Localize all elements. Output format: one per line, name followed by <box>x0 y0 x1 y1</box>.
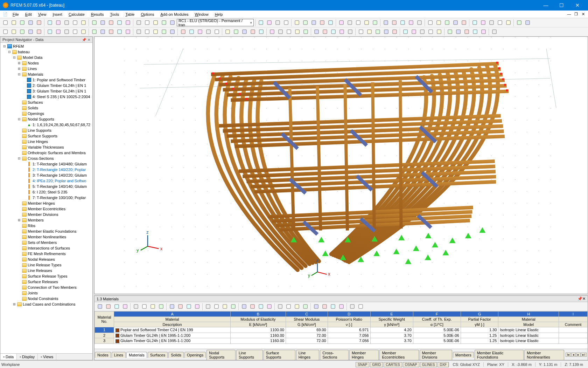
expand-icon[interactable] <box>17 145 21 149</box>
tree-item[interactable]: ⊞Lines <box>0 66 92 71</box>
expand-icon[interactable]: ⊞ <box>17 218 21 222</box>
tb2-btn-16[interactable] <box>143 28 151 36</box>
expand-icon[interactable]: ⊟ <box>17 117 21 121</box>
tb1-btn-44[interactable] <box>460 19 468 27</box>
tree-item[interactable]: Line Supports <box>0 128 92 133</box>
dp-toolbar-btn-4[interactable] <box>132 303 140 311</box>
tree-item[interactable]: Line Hinges <box>0 139 92 144</box>
expand-icon[interactable] <box>17 213 21 217</box>
tree-item[interactable]: 2: Glulam Timber GL24h | EN 1 <box>0 83 92 88</box>
maximize-button[interactable]: ☐ <box>554 0 569 11</box>
tb2-btn-33[interactable] <box>293 28 301 36</box>
tb2-btn-32[interactable] <box>285 28 293 36</box>
tb1-btn-1[interactable] <box>10 19 18 27</box>
tree-item[interactable]: Member Hinges <box>0 200 92 206</box>
expand-icon[interactable] <box>22 179 26 183</box>
dp-toolbar-btn-7[interactable] <box>157 303 165 311</box>
tb2-btn-18[interactable] <box>160 28 168 36</box>
tree-item[interactable]: Orthotropic Surfaces and Membra <box>0 150 92 156</box>
tb2-btn-30[interactable] <box>268 28 276 36</box>
tb1-btn-2[interactable] <box>18 19 26 27</box>
expand-icon[interactable] <box>17 263 21 267</box>
expand-icon[interactable] <box>17 151 21 155</box>
menu-file[interactable]: File <box>10 12 22 17</box>
expand-icon[interactable]: ⊟ <box>17 157 21 161</box>
tb2-btn-35[interactable] <box>313 28 320 36</box>
tb2-btn-49[interactable] <box>435 28 443 36</box>
tb2-btn-26[interactable] <box>232 28 240 36</box>
tb1-btn-40[interactable] <box>426 19 434 27</box>
dp-toolbar-btn-14[interactable] <box>221 303 229 311</box>
expand-icon[interactable] <box>17 134 21 138</box>
tb2-btn-17[interactable] <box>152 28 159 36</box>
tb2-btn-28[interactable] <box>249 28 257 36</box>
tb1-btn-29[interactable] <box>327 19 334 27</box>
tree-item[interactable]: ⊟Cross-Sections <box>0 156 92 161</box>
tb2-btn-29[interactable] <box>257 28 265 36</box>
expand-icon[interactable] <box>22 173 26 177</box>
tb1-btn-24[interactable] <box>282 19 290 27</box>
mdi-restore[interactable]: ❐ <box>573 12 580 16</box>
tb2-btn-55[interactable] <box>490 28 498 36</box>
close-button[interactable]: ✕ <box>569 0 585 11</box>
tb2-btn-23[interactable] <box>204 28 212 36</box>
expand-icon[interactable] <box>17 230 21 233</box>
expand-icon[interactable] <box>22 123 26 127</box>
tb2-btn-6[interactable] <box>54 28 62 36</box>
mdi-minimize[interactable]: — <box>566 12 573 16</box>
3d-viewport[interactable]: x y z x y z <box>94 36 588 294</box>
dp-toolbar-btn-19[interactable] <box>265 303 273 311</box>
tb1-btn-28[interactable] <box>318 19 326 27</box>
tree-item[interactable]: Member Divisions <box>0 212 92 217</box>
tree-item[interactable]: ⊟Nodal Supports <box>0 116 92 122</box>
tb1-btn-0[interactable] <box>1 19 9 27</box>
tb2-btn-12[interactable] <box>107 28 115 36</box>
dp-toolbar-btn-1[interactable] <box>104 303 112 311</box>
navigator-close[interactable]: ✕ <box>88 38 90 42</box>
tree-item[interactable]: Nodal Constraints <box>0 296 92 301</box>
table-tab-members[interactable]: Members <box>453 352 474 358</box>
dp-toolbar-btn-15[interactable] <box>229 303 237 311</box>
dp-toolbar-btn-5[interactable] <box>140 303 148 311</box>
expand-icon[interactable]: ⊟ <box>12 56 16 60</box>
expand-icon[interactable] <box>17 106 21 110</box>
table-tab-member-nonlinearities[interactable]: Member Nonlinearities <box>524 350 564 360</box>
tree-item[interactable]: Line Releases <box>0 268 92 273</box>
expand-icon[interactable] <box>17 297 21 301</box>
tb2-btn-3[interactable] <box>27 28 34 36</box>
tree-item[interactable]: Member Nonlinearities <box>0 234 92 240</box>
tb2-btn-31[interactable] <box>276 28 284 36</box>
tree-item[interactable]: ⊞Members <box>0 217 92 223</box>
tb2-btn-8[interactable] <box>71 28 79 36</box>
tb2-btn-41[interactable] <box>365 28 373 36</box>
table-tab-nodal-supports[interactable]: Nodal Supports <box>206 350 236 360</box>
expand-icon[interactable]: ⊞ <box>17 67 21 71</box>
status-chip-snap[interactable]: SNAP <box>356 362 369 367</box>
expand-icon[interactable] <box>22 168 26 172</box>
tb1-btn-23[interactable] <box>274 19 281 27</box>
table-tab-nodes[interactable]: Nodes <box>95 352 111 358</box>
tb1-btn-31[interactable] <box>346 19 354 27</box>
tb1-btn-8[interactable] <box>71 19 79 27</box>
tree-item[interactable]: Surfaces <box>0 100 92 105</box>
tb1-btn-36[interactable] <box>390 19 398 27</box>
tree-item[interactable]: 1: T-Rectangle 140/480; Glulam <box>0 161 92 167</box>
tb1-btn-32[interactable] <box>354 19 362 27</box>
expand-icon[interactable] <box>22 196 26 200</box>
expand-icon[interactable] <box>17 207 21 211</box>
menu-results[interactable]: Results <box>88 12 107 17</box>
tb1-btn-14[interactable] <box>124 19 132 27</box>
tb1-btn-48[interactable] <box>496 19 504 27</box>
tb1-btn-18[interactable] <box>160 19 168 27</box>
tb2-btn-48[interactable] <box>427 28 434 36</box>
tb2-btn-54[interactable] <box>479 28 487 36</box>
tree-item[interactable]: Nodal Releases <box>0 257 92 262</box>
tb1-btn-27[interactable] <box>310 19 317 27</box>
tb2-btn-46[interactable] <box>410 28 418 36</box>
expand-icon[interactable] <box>22 78 26 82</box>
expand-icon[interactable]: ⊞ <box>12 302 16 306</box>
tb1-btn-25[interactable] <box>293 19 301 27</box>
tb2-btn-24[interactable] <box>213 28 220 36</box>
tb1-btn-5[interactable] <box>46 19 54 27</box>
tb2-btn-1[interactable] <box>10 28 18 36</box>
